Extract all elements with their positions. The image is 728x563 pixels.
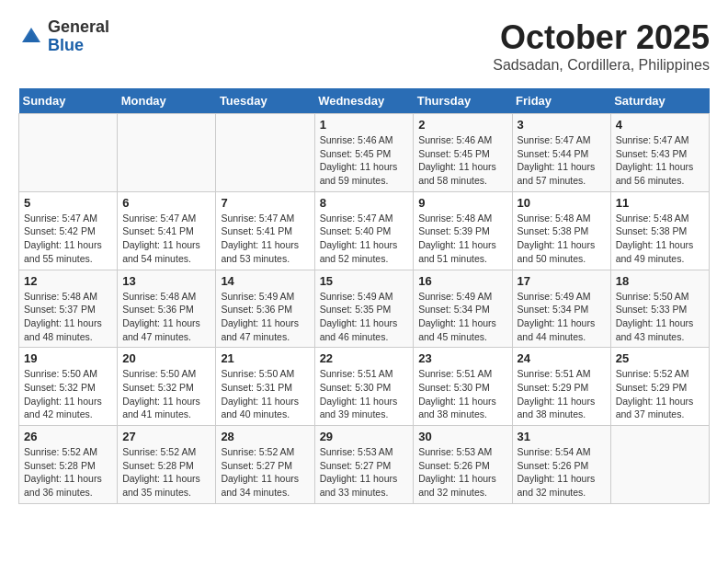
calendar-cell: 16Sunrise: 5:49 AM Sunset: 5:34 PM Dayli… bbox=[414, 270, 512, 348]
calendar-cell bbox=[216, 114, 314, 192]
weekday-header-row: SundayMondayTuesdayWednesdayThursdayFrid… bbox=[19, 88, 710, 114]
day-info: Sunrise: 5:49 AM Sunset: 5:35 PM Dayligh… bbox=[320, 290, 409, 344]
weekday-header-wednesday: Wednesday bbox=[314, 88, 414, 114]
day-number: 20 bbox=[122, 351, 210, 365]
calendar-cell: 11Sunrise: 5:48 AM Sunset: 5:38 PM Dayli… bbox=[610, 191, 709, 270]
weekday-header-saturday: Saturday bbox=[610, 88, 709, 114]
day-info: Sunrise: 5:53 AM Sunset: 5:26 PM Dayligh… bbox=[418, 445, 506, 500]
calendar-cell: 19Sunrise: 5:50 AM Sunset: 5:32 PM Dayli… bbox=[19, 348, 118, 426]
day-number: 13 bbox=[122, 274, 210, 288]
calendar-cell: 25Sunrise: 5:52 AM Sunset: 5:29 PM Dayli… bbox=[610, 348, 709, 426]
day-info: Sunrise: 5:52 AM Sunset: 5:27 PM Dayligh… bbox=[221, 445, 309, 500]
day-info: Sunrise: 5:47 AM Sunset: 5:41 PM Dayligh… bbox=[122, 212, 210, 266]
calendar-cell: 4Sunrise: 5:47 AM Sunset: 5:43 PM Daylig… bbox=[610, 114, 709, 192]
page-header: General Blue October 2025 Sadsadan, Cord… bbox=[18, 18, 710, 74]
calendar-cell: 15Sunrise: 5:49 AM Sunset: 5:35 PM Dayli… bbox=[314, 270, 414, 348]
day-number: 10 bbox=[518, 196, 606, 210]
calendar-cell: 30Sunrise: 5:53 AM Sunset: 5:26 PM Dayli… bbox=[414, 426, 512, 504]
logo-icon bbox=[18, 24, 44, 50]
calendar-cell: 22Sunrise: 5:51 AM Sunset: 5:30 PM Dayli… bbox=[314, 348, 414, 426]
day-number: 3 bbox=[518, 118, 606, 132]
calendar-cell: 13Sunrise: 5:48 AM Sunset: 5:36 PM Dayli… bbox=[118, 270, 216, 348]
day-number: 18 bbox=[616, 274, 704, 288]
calendar-cell: 12Sunrise: 5:48 AM Sunset: 5:37 PM Dayli… bbox=[19, 270, 118, 348]
calendar-cell: 7Sunrise: 5:47 AM Sunset: 5:41 PM Daylig… bbox=[216, 191, 314, 270]
weekday-header-monday: Monday bbox=[118, 88, 216, 114]
day-number: 1 bbox=[320, 118, 409, 132]
calendar-cell: 17Sunrise: 5:49 AM Sunset: 5:34 PM Dayli… bbox=[512, 270, 610, 348]
calendar-week-row: 5Sunrise: 5:47 AM Sunset: 5:42 PM Daylig… bbox=[19, 191, 710, 270]
weekday-header-friday: Friday bbox=[512, 88, 610, 114]
day-info: Sunrise: 5:47 AM Sunset: 5:42 PM Dayligh… bbox=[24, 212, 112, 266]
calendar-cell: 5Sunrise: 5:47 AM Sunset: 5:42 PM Daylig… bbox=[19, 191, 118, 270]
calendar-week-row: 19Sunrise: 5:50 AM Sunset: 5:32 PM Dayli… bbox=[19, 348, 710, 426]
day-info: Sunrise: 5:47 AM Sunset: 5:43 PM Dayligh… bbox=[616, 133, 704, 188]
day-info: Sunrise: 5:52 AM Sunset: 5:29 PM Dayligh… bbox=[616, 367, 704, 421]
calendar-header: SundayMondayTuesdayWednesdayThursdayFrid… bbox=[19, 88, 710, 114]
calendar-cell: 2Sunrise: 5:46 AM Sunset: 5:45 PM Daylig… bbox=[414, 114, 512, 192]
day-number: 2 bbox=[418, 118, 506, 132]
page-subtitle: Sadsadan, Cordillera, Philippines bbox=[493, 57, 710, 74]
day-number: 30 bbox=[418, 430, 506, 443]
day-info: Sunrise: 5:50 AM Sunset: 5:33 PM Dayligh… bbox=[616, 290, 704, 344]
calendar-cell: 21Sunrise: 5:50 AM Sunset: 5:31 PM Dayli… bbox=[216, 348, 314, 426]
day-number: 27 bbox=[122, 430, 210, 443]
calendar-week-row: 12Sunrise: 5:48 AM Sunset: 5:37 PM Dayli… bbox=[19, 270, 710, 348]
logo-general: General bbox=[48, 18, 109, 37]
calendar-cell: 6Sunrise: 5:47 AM Sunset: 5:41 PM Daylig… bbox=[118, 191, 216, 270]
day-number: 28 bbox=[221, 430, 309, 443]
day-number: 15 bbox=[320, 274, 409, 288]
day-info: Sunrise: 5:52 AM Sunset: 5:28 PM Dayligh… bbox=[24, 445, 112, 500]
day-info: Sunrise: 5:48 AM Sunset: 5:37 PM Dayligh… bbox=[24, 290, 112, 344]
day-number: 24 bbox=[518, 351, 606, 365]
day-number: 19 bbox=[24, 351, 112, 365]
calendar-cell: 27Sunrise: 5:52 AM Sunset: 5:28 PM Dayli… bbox=[118, 426, 216, 504]
calendar-cell: 10Sunrise: 5:48 AM Sunset: 5:38 PM Dayli… bbox=[512, 191, 610, 270]
calendar-cell: 20Sunrise: 5:50 AM Sunset: 5:32 PM Dayli… bbox=[118, 348, 216, 426]
day-info: Sunrise: 5:51 AM Sunset: 5:29 PM Dayligh… bbox=[518, 367, 606, 421]
calendar-cell: 23Sunrise: 5:51 AM Sunset: 5:30 PM Dayli… bbox=[414, 348, 512, 426]
day-number: 25 bbox=[616, 351, 704, 365]
day-info: Sunrise: 5:46 AM Sunset: 5:45 PM Dayligh… bbox=[320, 133, 409, 188]
day-info: Sunrise: 5:52 AM Sunset: 5:28 PM Dayligh… bbox=[122, 445, 210, 500]
day-info: Sunrise: 5:49 AM Sunset: 5:34 PM Dayligh… bbox=[418, 290, 506, 344]
day-number: 14 bbox=[221, 274, 309, 288]
day-number: 4 bbox=[616, 118, 704, 132]
day-info: Sunrise: 5:48 AM Sunset: 5:38 PM Dayligh… bbox=[518, 212, 606, 266]
day-info: Sunrise: 5:48 AM Sunset: 5:38 PM Dayligh… bbox=[616, 212, 704, 266]
calendar-week-row: 26Sunrise: 5:52 AM Sunset: 5:28 PM Dayli… bbox=[19, 426, 710, 504]
day-info: Sunrise: 5:51 AM Sunset: 5:30 PM Dayligh… bbox=[320, 367, 409, 421]
calendar-cell: 31Sunrise: 5:54 AM Sunset: 5:26 PM Dayli… bbox=[512, 426, 610, 504]
calendar-cell: 24Sunrise: 5:51 AM Sunset: 5:29 PM Dayli… bbox=[512, 348, 610, 426]
day-number: 5 bbox=[24, 196, 112, 210]
day-info: Sunrise: 5:48 AM Sunset: 5:39 PM Dayligh… bbox=[418, 212, 506, 266]
day-info: Sunrise: 5:47 AM Sunset: 5:44 PM Dayligh… bbox=[518, 133, 606, 188]
calendar-cell: 14Sunrise: 5:49 AM Sunset: 5:36 PM Dayli… bbox=[216, 270, 314, 348]
title-block: October 2025 Sadsadan, Cordillera, Phili… bbox=[493, 18, 710, 74]
logo-blue: Blue bbox=[48, 37, 109, 55]
calendar-body: 1Sunrise: 5:46 AM Sunset: 5:45 PM Daylig… bbox=[19, 114, 710, 504]
weekday-header-thursday: Thursday bbox=[414, 88, 512, 114]
day-number: 11 bbox=[616, 196, 704, 210]
day-number: 26 bbox=[24, 430, 112, 443]
day-info: Sunrise: 5:50 AM Sunset: 5:32 PM Dayligh… bbox=[24, 367, 112, 421]
day-number: 9 bbox=[418, 196, 506, 210]
day-number: 29 bbox=[320, 430, 409, 443]
day-number: 12 bbox=[24, 274, 112, 288]
day-number: 22 bbox=[320, 351, 409, 365]
calendar-cell bbox=[118, 114, 216, 192]
logo: General Blue bbox=[18, 18, 109, 55]
calendar-cell bbox=[19, 114, 118, 192]
day-info: Sunrise: 5:47 AM Sunset: 5:40 PM Dayligh… bbox=[320, 212, 409, 266]
day-info: Sunrise: 5:46 AM Sunset: 5:45 PM Dayligh… bbox=[418, 133, 506, 188]
page-title: October 2025 bbox=[493, 18, 710, 57]
day-number: 21 bbox=[221, 351, 309, 365]
calendar-week-row: 1Sunrise: 5:46 AM Sunset: 5:45 PM Daylig… bbox=[19, 114, 710, 192]
calendar-cell: 9Sunrise: 5:48 AM Sunset: 5:39 PM Daylig… bbox=[414, 191, 512, 270]
calendar-cell bbox=[610, 426, 709, 504]
day-number: 6 bbox=[122, 196, 210, 210]
calendar-cell: 8Sunrise: 5:47 AM Sunset: 5:40 PM Daylig… bbox=[314, 191, 414, 270]
day-number: 7 bbox=[221, 196, 309, 210]
day-number: 23 bbox=[418, 351, 506, 365]
calendar-cell: 3Sunrise: 5:47 AM Sunset: 5:44 PM Daylig… bbox=[512, 114, 610, 192]
